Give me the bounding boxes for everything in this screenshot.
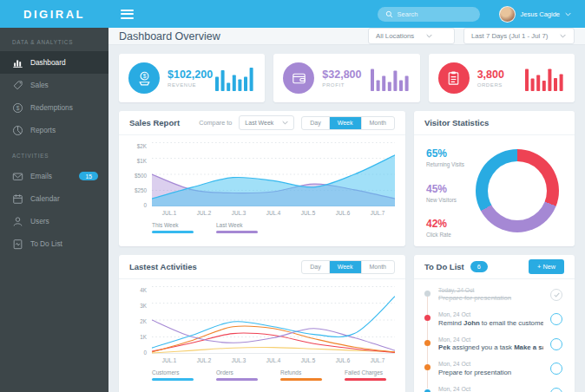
location-filter[interactable]: All Locations xyxy=(368,28,455,44)
activities-period-toggle: DayWeekMonth xyxy=(301,260,395,274)
todo-checkbox[interactable] xyxy=(550,388,562,392)
stat-sparkline xyxy=(525,65,565,91)
todo-checkbox[interactable] xyxy=(550,313,562,325)
calendar-icon xyxy=(12,193,23,205)
compare-to-select[interactable]: Last Week xyxy=(239,115,294,130)
stat-card-revenue: $$102,200REVENUE xyxy=(119,54,265,102)
sidebar-item-to-do-list[interactable]: To Do List xyxy=(0,232,108,255)
activities-toggle-month[interactable]: Month xyxy=(361,261,394,273)
todo-text-part: Prepare for presentation xyxy=(438,369,511,376)
stat-value: $102,200 xyxy=(168,69,213,81)
stat-card-orders: 3,800ORDERS xyxy=(429,54,575,102)
todo-checkbox[interactable] xyxy=(550,363,562,375)
stat-card-row: $$102,200REVENUE$32,800PROFIT3,800ORDERS xyxy=(119,54,575,102)
search-input[interactable] xyxy=(398,10,472,18)
todo-status-dot xyxy=(424,364,431,370)
todo-item-date: Today, 24 Oct xyxy=(438,287,543,293)
todo-checkbox[interactable] xyxy=(550,338,562,350)
visitor-stat: 45%New Visitors xyxy=(426,183,464,203)
user-name: Jesus Cagide xyxy=(521,10,560,18)
todo-item-text: Prepare for presentation xyxy=(438,294,543,302)
todo-item-content: Today, 24 OctPrepare for presentation xyxy=(438,287,543,303)
visitor-stat-label: New Visitors xyxy=(426,197,464,203)
sidebar-item-redemptions[interactable]: $Redemptions xyxy=(0,96,108,119)
sales-toggle-week[interactable]: Week xyxy=(329,117,361,129)
visitor-statistics-title: Visitor Statistics xyxy=(424,118,489,127)
legend-name: Last Week xyxy=(216,222,258,228)
legend-item-this-week: This Week xyxy=(152,222,194,233)
sidebar-item-dashboard[interactable]: Dashboard xyxy=(0,51,108,74)
stat-meta: $32,800PROFIT xyxy=(322,69,361,88)
todo-status-dot xyxy=(424,291,431,297)
menu-toggle-icon[interactable] xyxy=(121,10,134,19)
todo-text-part: John xyxy=(463,319,480,327)
x-tick-label: JUL.5 xyxy=(291,210,325,216)
todo-item-date: Mon, 24 Oct xyxy=(438,386,543,392)
sidebar-item-users[interactable]: Users xyxy=(0,210,108,232)
todo-status-dot xyxy=(424,340,431,346)
main-area: Dashboard Overview All Locations Last 7 … xyxy=(108,28,585,392)
stat-meta: $102,200REVENUE xyxy=(168,69,213,88)
todo-checkbox[interactable] xyxy=(550,289,562,301)
todo-text-part: Pek xyxy=(438,343,450,351)
todo-status-dot xyxy=(424,389,431,392)
todo-text-part: assigned you a task xyxy=(450,343,514,351)
page-title: Dashboard Overview xyxy=(119,30,220,42)
todo-item: Mon, 24 OctPrepare for presentation xyxy=(424,356,564,382)
legend-name: This Week xyxy=(152,222,194,228)
visitor-stats-list: 65%Returning Visits45%New Visitors42%Cli… xyxy=(426,147,464,238)
svg-text:$: $ xyxy=(142,73,146,79)
x-tick-label: JUL.2 xyxy=(187,210,221,216)
visitor-stat-label: Click Rate xyxy=(426,232,464,238)
sidebar-item-emails[interactable]: Emails15 xyxy=(0,165,108,187)
date-range-filter[interactable]: Last 7 Days (Jul 1 - Jul 7) xyxy=(463,28,575,44)
activities-toggle-day[interactable]: Day xyxy=(302,261,328,273)
user-menu[interactable]: Jesus Cagide xyxy=(499,6,571,23)
activities-toggle-week[interactable]: Week xyxy=(329,261,361,273)
legend-item-refunds: Refunds xyxy=(280,369,322,381)
bar-chart-icon xyxy=(12,57,23,69)
sales-toggle-month[interactable]: Month xyxy=(361,117,394,129)
chevron-down-icon xyxy=(565,12,571,16)
todo-list: Today, 24 OctPrepare for presentationMon… xyxy=(414,279,575,392)
legend-item-failed-charges: Failed Charges xyxy=(345,369,386,381)
legend-swatch xyxy=(216,231,258,233)
x-tick-label: JUL.4 xyxy=(256,357,291,363)
date-range-value: Last 7 Days (Jul 1 - Jul 7) xyxy=(471,32,548,40)
legend-name: Failed Charges xyxy=(345,369,386,376)
y-tick-label: $250 xyxy=(135,188,147,193)
y-tick-label: 0 xyxy=(143,203,147,208)
new-todo-button[interactable]: + New xyxy=(529,259,564,274)
visitor-stat: 65%Returning Visits xyxy=(426,147,464,167)
svg-text:$: $ xyxy=(16,104,20,110)
activities-chart-legend: CustomersOrdersRefundsFailed ChargesCanc… xyxy=(119,363,405,389)
x-tick-label: JUL.5 xyxy=(291,357,325,363)
search-box[interactable] xyxy=(378,7,480,22)
stat-value: 3,800 xyxy=(477,69,504,81)
activities-chart-x-axis: JUL.1JUL.2JUL.3JUL.4JUL.5JUL.6JUL.7 xyxy=(152,357,395,363)
todo-item-date: Mon, 24 Oct xyxy=(438,361,543,367)
todo-item: Mon, 24 OctPrepare for presentation xyxy=(424,381,564,392)
legend-swatch xyxy=(152,231,194,233)
y-tick-label: $2K xyxy=(137,144,147,149)
visitor-stat-value: 42% xyxy=(426,218,464,230)
y-tick-label: 0 xyxy=(143,350,147,356)
sidebar-item-calendar[interactable]: Calendar xyxy=(0,187,108,210)
compare-to-label: Compare to xyxy=(199,119,232,127)
todo-item-content: Mon, 24 OctPek assigned you a task Make … xyxy=(438,336,543,352)
todo-icon xyxy=(12,238,23,250)
legend-name: Refunds xyxy=(280,369,322,376)
todo-item-date: Mon, 24 Oct xyxy=(438,311,543,317)
legend-swatch xyxy=(345,378,386,381)
sidebar-badge: 15 xyxy=(79,172,98,180)
sidebar-item-sales[interactable]: Sales xyxy=(0,74,108,96)
todo-item: Today, 24 OctPrepare for presentation xyxy=(424,282,564,307)
legend-name: Orders xyxy=(216,369,258,376)
sales-toggle-day[interactable]: Day xyxy=(302,117,328,129)
sidebar-item-reports[interactable]: Reports xyxy=(0,119,108,141)
sidebar-item-label: Calendar xyxy=(30,194,60,203)
y-tick-label: 4K xyxy=(140,288,147,293)
todo-item: Mon, 24 OctRemind John to email the cust… xyxy=(424,307,564,332)
legend-item-orders: Orders xyxy=(216,369,258,381)
todo-text-part: Remind xyxy=(438,319,463,327)
